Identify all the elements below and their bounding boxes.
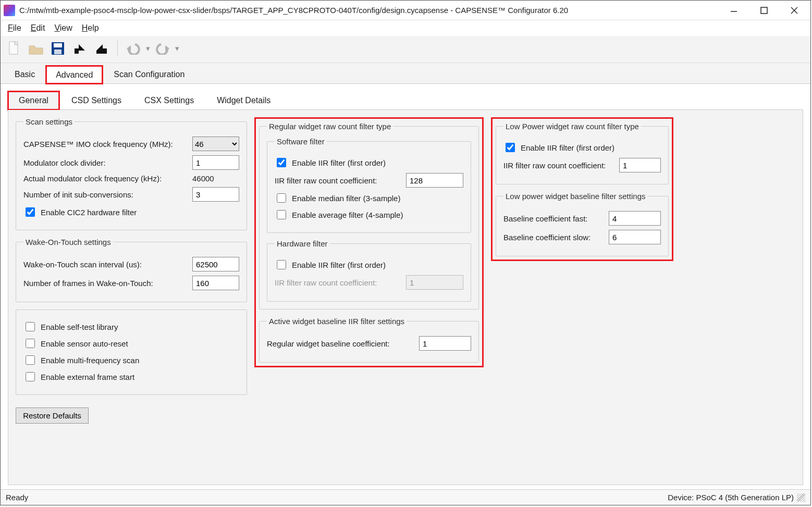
select-imo-freq[interactable]: 46: [192, 137, 239, 151]
label-lp-slow: Baseline coefficient slow:: [503, 233, 605, 242]
tab-basic[interactable]: Basic: [5, 65, 45, 83]
svg-rect-6: [54, 43, 62, 47]
input-reg-baseline-coef[interactable]: [419, 336, 471, 351]
input-mod-divider[interactable]: [192, 155, 239, 170]
new-file-icon[interactable]: [5, 39, 23, 58]
redo-icon[interactable]: [153, 39, 172, 58]
close-button[interactable]: [789, 5, 800, 16]
label-lp-fast: Baseline coefficient fast:: [503, 214, 605, 223]
label-wot-frames: Number of frames in Wake-on-Touch:: [23, 279, 188, 288]
checkbox-cic2[interactable]: [26, 207, 35, 217]
legend-software-filter: Software filter: [275, 137, 327, 146]
label-init-subconv: Number of init sub-conversions:: [23, 190, 188, 199]
group-wake-on-touch: Wake-On-Touch settings Wake-on-Touch sca…: [16, 238, 247, 302]
legend-scan-settings: Scan settings: [23, 117, 75, 126]
sub-tabstrip: General CSD Settings CSX Settings Widget…: [8, 91, 803, 110]
general-panel: Scan settings CAPSENSE™ IMO clock freque…: [8, 110, 803, 485]
svg-rect-7: [54, 50, 61, 54]
window-controls: [728, 5, 807, 16]
menu-file[interactable]: File: [8, 23, 21, 33]
save-icon[interactable]: [48, 39, 67, 58]
group-scan-settings: Scan settings CAPSENSE™ IMO clock freque…: [16, 117, 247, 230]
legend-lp-baseline: Low power widget baseline filter setting…: [503, 192, 647, 201]
status-left: Ready: [6, 493, 28, 502]
checkbox-median[interactable]: [277, 193, 286, 203]
app-window: C:/mtw/mtb-example-psoc4-msclp-low-power…: [0, 0, 811, 505]
status-right: Device: PSoC 4 (5th Generation LP): [668, 493, 794, 502]
legend-regular-filter: Regular widget raw count filter type: [267, 122, 393, 131]
checkbox-extframe[interactable]: [26, 372, 35, 381]
checkbox-average[interactable]: [277, 210, 286, 219]
group-lp-baseline: Low power widget baseline filter setting…: [496, 192, 669, 256]
label-sw-iir-coef: IIR filter raw count coefficient:: [275, 176, 402, 185]
toolbar-separator: [117, 41, 118, 56]
checkbox-lp-iir[interactable]: [506, 143, 515, 152]
main-tabstrip: Basic Advanced Scan Configuration: [1, 63, 810, 84]
input-init-subconv[interactable]: [192, 187, 239, 202]
input-lp-slow[interactable]: [609, 230, 661, 244]
export-icon[interactable]: [92, 39, 111, 58]
content-area: General CSD Settings CSX Settings Widget…: [1, 84, 810, 489]
minimize-button[interactable]: [728, 5, 740, 16]
tab-general[interactable]: General: [8, 91, 59, 110]
group-regular-filter: Regular widget raw count filter type Sof…: [259, 122, 479, 310]
label-selftest: Enable self-test library: [41, 323, 118, 331]
label-cic2: Enable CIC2 hardware filter: [41, 208, 137, 217]
label-mod-divider: Modulator clock divider:: [23, 158, 188, 167]
menu-help[interactable]: Help: [82, 23, 99, 33]
label-hw-iir: Enable IIR filter (first order): [292, 261, 386, 269]
group-hardware-filter: Hardware filter Enable IIR filter (first…: [267, 239, 471, 302]
label-sw-iir: Enable IIR filter (first order): [292, 158, 386, 167]
label-median: Enable median filter (3-sample): [292, 194, 400, 203]
input-sw-iir-coef[interactable]: [406, 173, 463, 188]
group-lp-filter: Low Power widget raw count filter type E…: [496, 122, 669, 184]
open-file-icon[interactable]: [27, 39, 45, 58]
value-actual-mod-freq: 46000: [192, 174, 239, 183]
legend-hardware-filter: Hardware filter: [275, 239, 330, 248]
window-title: C:/mtw/mtb-example-psoc4-msclp-low-power…: [19, 6, 728, 15]
tab-widget-details[interactable]: Widget Details: [206, 91, 281, 109]
label-hw-iir-coef: IIR filter raw count coefficient:: [275, 278, 402, 287]
input-lp-fast[interactable]: [609, 211, 661, 226]
checkbox-selftest[interactable]: [26, 322, 35, 331]
toolbar: ▾ ▾: [1, 36, 810, 63]
label-multifreq: Enable multi-frequency scan: [41, 356, 139, 365]
menu-view[interactable]: View: [54, 23, 72, 33]
col-left: Scan settings CAPSENSE™ IMO clock freque…: [16, 117, 247, 424]
checkbox-hw-iir[interactable]: [277, 260, 286, 269]
undo-dropdown-icon[interactable]: ▾: [146, 44, 150, 53]
tab-advanced[interactable]: Advanced: [46, 66, 103, 84]
group-software-filter: Software filter Enable IIR filter (first…: [267, 137, 471, 233]
menu-edit[interactable]: Edit: [31, 23, 45, 33]
group-misc-options: Enable self-test library Enable sensor a…: [16, 310, 247, 395]
menubar: File Edit View Help: [1, 20, 810, 36]
redo-dropdown-icon[interactable]: ▾: [175, 44, 179, 53]
resize-grip-icon[interactable]: [797, 493, 805, 502]
label-wot-interval: Wake-on-Touch scan interval (us):: [23, 260, 188, 269]
legend-active-baseline: Active widget baseline IIR filter settin…: [267, 317, 407, 326]
col-middle: Regular widget raw count filter type Sof…: [254, 117, 484, 367]
label-reg-baseline-coef: Regular widget baseline coefficient:: [267, 339, 415, 348]
tab-csd-settings[interactable]: CSD Settings: [60, 91, 132, 109]
legend-wot: Wake-On-Touch settings: [23, 238, 113, 246]
group-active-baseline: Active widget baseline IIR filter settin…: [259, 317, 479, 363]
checkbox-multifreq[interactable]: [26, 355, 35, 365]
app-icon: [4, 5, 15, 16]
tab-csx-settings[interactable]: CSX Settings: [133, 91, 205, 109]
input-lp-iir-coef[interactable]: [619, 158, 661, 172]
input-wot-interval[interactable]: [192, 257, 239, 271]
checkbox-sw-iir[interactable]: [277, 158, 286, 167]
label-imo-freq: CAPSENSE™ IMO clock frequency (MHz):: [23, 140, 188, 149]
tab-scan-configuration[interactable]: Scan Configuration: [104, 65, 194, 83]
label-average: Enable average filter (4-sample): [292, 211, 403, 219]
svg-rect-1: [761, 7, 767, 14]
legend-lp-filter: Low Power widget raw count filter type: [503, 122, 641, 131]
undo-icon[interactable]: [124, 39, 143, 58]
label-lp-iir: Enable IIR filter (first order): [521, 143, 614, 152]
import-icon[interactable]: [70, 39, 89, 58]
maximize-button[interactable]: [758, 5, 770, 16]
label-actual-mod-freq: Actual modulator clock frequency (kHz):: [23, 174, 188, 183]
input-wot-frames[interactable]: [192, 276, 239, 290]
restore-defaults-button[interactable]: Restore Defaults: [16, 407, 89, 424]
checkbox-autoreset[interactable]: [26, 339, 35, 348]
